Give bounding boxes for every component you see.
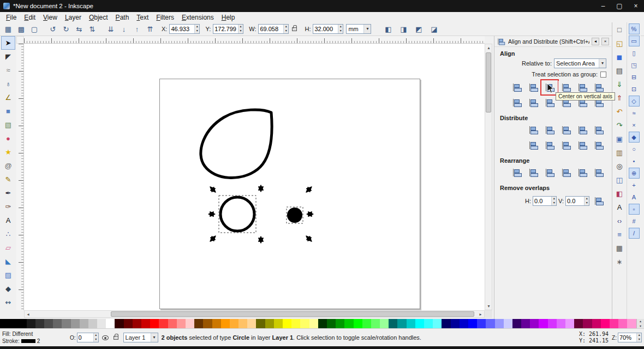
palette-swatch[interactable] bbox=[256, 319, 265, 328]
layer-lock-icon[interactable] bbox=[114, 336, 118, 340]
snap-paths-icon[interactable]: ≈ bbox=[629, 108, 640, 119]
palette-scroll[interactable]: ▴▾ bbox=[636, 319, 644, 328]
palette-swatch[interactable] bbox=[300, 319, 309, 328]
palette-swatch[interactable] bbox=[212, 319, 221, 328]
raise-to-top-icon[interactable]: ⇈ bbox=[144, 23, 156, 35]
node-editor-tool[interactable]: ◤ bbox=[1, 50, 15, 63]
palette-swatch[interactable] bbox=[592, 319, 601, 328]
palette-swatch[interactable] bbox=[371, 319, 380, 328]
box3d-tool[interactable]: ▧ bbox=[1, 118, 15, 132]
palette-swatch[interactable] bbox=[35, 319, 44, 328]
palette-swatch[interactable] bbox=[610, 319, 618, 328]
align-dialog-icon[interactable]: ≡ bbox=[613, 228, 626, 241]
menu-help[interactable]: Help bbox=[218, 13, 239, 22]
palette-swatch[interactable] bbox=[415, 319, 424, 328]
palette-swatch[interactable] bbox=[265, 319, 274, 328]
vertical-ruler[interactable] bbox=[16, 44, 24, 310]
distribute-equal-vertical-gaps-button[interactable] bbox=[575, 139, 590, 152]
palette-swatch[interactable] bbox=[71, 319, 80, 328]
palette-swatch[interactable] bbox=[230, 319, 238, 328]
palette-swatch[interactable] bbox=[468, 319, 477, 328]
palette-swatch[interactable] bbox=[574, 319, 583, 328]
palette-swatch[interactable] bbox=[327, 319, 336, 328]
current-layer-select[interactable]: Layer 1 ▾ bbox=[123, 333, 158, 342]
palette-swatch[interactable] bbox=[133, 319, 141, 328]
snap-nodes-icon[interactable]: ◇ bbox=[629, 96, 640, 107]
palette-swatch[interactable] bbox=[44, 319, 53, 328]
gradient-tool[interactable]: ▨ bbox=[1, 268, 15, 282]
treat-as-group-checkbox[interactable] bbox=[600, 72, 606, 78]
palette-swatch[interactable] bbox=[106, 319, 115, 328]
align-top-edges-button[interactable] bbox=[526, 96, 541, 109]
palette-swatch[interactable] bbox=[97, 319, 106, 328]
menu-text[interactable]: Text bbox=[133, 13, 152, 22]
rotate-ccw-icon[interactable]: ↺ bbox=[47, 23, 59, 35]
deselect-icon[interactable]: ▢ bbox=[28, 23, 40, 35]
panel-close-button[interactable]: × bbox=[601, 38, 609, 45]
scrollbar-thumb[interactable] bbox=[486, 52, 491, 113]
palette-swatch[interactable] bbox=[389, 319, 397, 328]
palette-swatch[interactable] bbox=[203, 319, 212, 328]
graph-layout-button[interactable] bbox=[509, 166, 524, 179]
stroke-color-swatch[interactable] bbox=[21, 339, 35, 343]
palette-swatch[interactable] bbox=[627, 319, 636, 328]
teardrop-shape[interactable] bbox=[201, 110, 272, 178]
distribute-centers-horizontal-button[interactable] bbox=[542, 123, 557, 137]
align-left-edges-button[interactable] bbox=[526, 81, 541, 94]
snap-smooth-nodes-icon[interactable]: ○ bbox=[629, 144, 640, 155]
layer-visibility-icon[interactable] bbox=[102, 335, 109, 340]
palette-swatch[interactable] bbox=[309, 319, 318, 328]
xml-editor-icon[interactable]: ‹› bbox=[613, 214, 626, 227]
snap-object-centers-icon[interactable]: ⊕ bbox=[629, 168, 640, 179]
palette-swatch[interactable] bbox=[442, 319, 450, 328]
palette-swatch[interactable] bbox=[0, 319, 27, 328]
scale-handle[interactable] bbox=[210, 236, 216, 241]
transform-stroke-toggle-icon[interactable]: ◧ bbox=[382, 23, 394, 35]
spin-arrows-icon[interactable]: ▴▾ bbox=[194, 25, 199, 33]
star-tool[interactable]: ★ bbox=[1, 145, 15, 159]
distribute-right-edges-button[interactable] bbox=[558, 123, 574, 137]
transform-corners-toggle-icon[interactable]: ◨ bbox=[397, 23, 409, 35]
palette-swatch[interactable] bbox=[238, 319, 247, 328]
align-left-to-right-edge-button[interactable] bbox=[575, 81, 590, 94]
palette-swatch[interactable] bbox=[318, 319, 327, 328]
snap-bbox-edge-midpoints-icon[interactable]: ⊟ bbox=[629, 72, 640, 82]
palette-swatch[interactable] bbox=[486, 319, 494, 328]
menu-view[interactable]: View bbox=[39, 13, 61, 22]
palette-swatch[interactable] bbox=[80, 319, 88, 328]
palette-swatch[interactable] bbox=[495, 319, 504, 328]
opacity-spinbox[interactable]: ▴▾ bbox=[77, 333, 99, 342]
palette-swatch[interactable] bbox=[530, 319, 539, 328]
unclump-button[interactable] bbox=[591, 166, 606, 179]
lock-width-height-icon[interactable] bbox=[292, 27, 297, 31]
palette-swatch[interactable] bbox=[177, 319, 186, 328]
palette-swatch[interactable] bbox=[512, 319, 521, 328]
dropper-tool[interactable]: ◆ bbox=[1, 282, 15, 295]
palette-swatch[interactable] bbox=[460, 319, 468, 328]
randomize-centers-button[interactable] bbox=[575, 166, 590, 179]
align-right-to-left-edge-button[interactable] bbox=[509, 81, 524, 94]
palette-swatch[interactable] bbox=[221, 319, 230, 328]
palette-swatch[interactable] bbox=[159, 319, 168, 328]
palette-swatch[interactable] bbox=[362, 319, 371, 328]
center-on-horizontal-axis-button[interactable] bbox=[542, 96, 557, 109]
palette-swatch[interactable] bbox=[247, 319, 256, 328]
horizontal-scrollbar[interactable]: ◂ ▸ bbox=[24, 310, 485, 318]
import-icon[interactable]: ⇓ bbox=[613, 78, 626, 91]
maximize-button[interactable]: ▢ bbox=[611, 0, 628, 12]
zoom-tool[interactable]: ♁ bbox=[1, 77, 15, 91]
h-gap-spinbox[interactable]: ▴▾ bbox=[533, 196, 557, 206]
lower-to-bottom-icon[interactable]: ⇊ bbox=[105, 23, 117, 35]
rotate-positions-button[interactable] bbox=[558, 166, 574, 179]
fill-stroke-dialog-icon[interactable]: ◧ bbox=[613, 187, 626, 200]
palette-swatch[interactable] bbox=[124, 319, 133, 328]
snap-toggle-icon[interactable]: % bbox=[629, 23, 640, 34]
palette-swatch[interactable] bbox=[407, 319, 415, 328]
distribute-text-anchors-horizontal-button[interactable] bbox=[591, 123, 606, 137]
palette-swatch[interactable] bbox=[27, 319, 35, 328]
spin-arrows-icon[interactable]: ▴▾ bbox=[238, 25, 243, 33]
align-bottom-edges-button[interactable] bbox=[558, 96, 574, 109]
spin-arrows-icon[interactable]: ▴▾ bbox=[338, 25, 343, 33]
palette-swatch[interactable] bbox=[618, 319, 627, 328]
measure-tool[interactable]: ∠ bbox=[1, 91, 15, 104]
